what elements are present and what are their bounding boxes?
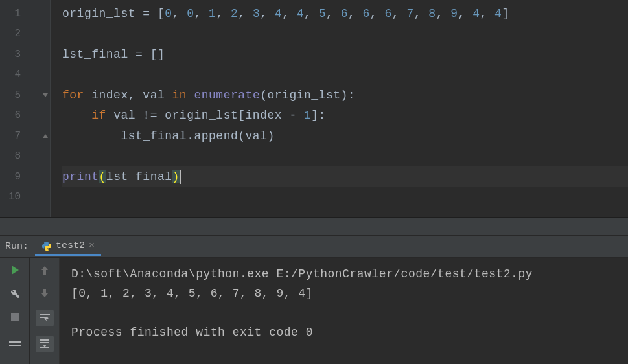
- code-editor[interactable]: 12345678910 origin_lst = [0, 0, 1, 2, 3,…: [0, 0, 628, 218]
- run-tab-test2[interactable]: test2 ×: [35, 238, 101, 256]
- code-line[interactable]: if val != origin_lst[index - 1]:: [62, 106, 628, 126]
- fold-open-icon[interactable]: [42, 92, 49, 98]
- close-tab-icon[interactable]: ×: [89, 240, 95, 251]
- code-token: origin_lst[index: [165, 109, 289, 122]
- code-line[interactable]: [62, 65, 628, 85]
- line-number: 1: [0, 8, 26, 19]
- console-line: [71, 303, 616, 323]
- code-token: ,: [370, 7, 385, 20]
- code-line[interactable]: lst_final = []: [62, 44, 628, 65]
- console-line: [0, 1, 2, 3, 4, 5, 6, 7, 8, 9, 4]: [71, 284, 616, 303]
- gutter-line[interactable]: 1: [0, 3, 50, 24]
- code-token: 2: [231, 7, 238, 20]
- stop-button[interactable]: [8, 310, 22, 324]
- line-number: 5: [0, 89, 26, 101]
- code-token: ,: [436, 7, 451, 20]
- code-token: for: [62, 89, 91, 102]
- run-toolbar-primary: [0, 258, 30, 364]
- code-token: ,: [392, 7, 407, 20]
- wrench-icon[interactable]: [8, 286, 22, 301]
- gutter-line[interactable]: 6: [0, 106, 50, 126]
- code-line[interactable]: [62, 187, 628, 208]
- code-token: 3: [253, 7, 260, 20]
- code-token: 1: [304, 109, 311, 122]
- code-token: 9: [450, 7, 458, 20]
- code-token: 0: [187, 7, 194, 20]
- code-token: 6: [384, 7, 391, 20]
- run-label: Run:: [0, 241, 35, 252]
- gutter-line[interactable]: 9: [0, 166, 50, 187]
- gutter-line[interactable]: 3: [0, 44, 50, 65]
- run-panel-header: Run: test2 ×: [0, 236, 628, 258]
- code-line[interactable]: origin_lst = [0, 0, 1, 2, 3, 4, 4, 5, 6,…: [62, 3, 628, 24]
- code-token: origin_lst: [62, 7, 143, 20]
- code-token: [62, 109, 91, 122]
- code-line[interactable]: [62, 146, 628, 167]
- code-token: index: [91, 89, 128, 102]
- rerun-button[interactable]: [8, 263, 22, 277]
- code-token: 8: [428, 7, 436, 20]
- code-token: !=: [143, 109, 165, 122]
- svg-rect-2: [9, 345, 21, 346]
- code-token: []: [150, 48, 165, 61]
- down-arrow-icon[interactable]: [38, 286, 52, 301]
- code-token: ): [172, 170, 180, 183]
- editor-gutter: 12345678910: [0, 0, 51, 217]
- code-token: ]: [502, 7, 509, 20]
- code-token: ,: [238, 7, 253, 20]
- code-token: ,: [348, 7, 363, 20]
- svg-rect-5: [40, 347, 49, 348]
- line-number: 6: [0, 109, 26, 121]
- code-line[interactable]: for index, val in enumerate(origin_lst):: [62, 85, 628, 106]
- code-token: [62, 130, 121, 142]
- code-token: 7: [406, 7, 413, 20]
- line-number: 8: [0, 150, 26, 162]
- run-toolbar-secondary: [30, 258, 60, 364]
- up-arrow-icon[interactable]: [38, 263, 52, 277]
- code-token: ,: [128, 89, 143, 102]
- code-token: 4: [275, 7, 282, 20]
- gutter-line[interactable]: 10: [0, 187, 50, 208]
- code-token: lst_final.append(val): [121, 130, 274, 142]
- more-icon[interactable]: [8, 337, 22, 351]
- code-line[interactable]: lst_final.append(val): [62, 126, 628, 146]
- code-token: [: [157, 7, 165, 20]
- svg-rect-4: [40, 342, 49, 343]
- line-number: 9: [0, 171, 26, 183]
- code-token: ]:: [311, 109, 326, 122]
- scroll-to-end-icon[interactable]: [36, 336, 54, 352]
- code-token: 6: [363, 7, 370, 20]
- gutter-line[interactable]: 5: [0, 85, 50, 106]
- svg-rect-0: [11, 313, 19, 321]
- code-token: if: [91, 109, 113, 122]
- code-token: 0: [165, 7, 172, 20]
- gutter-line[interactable]: 7: [0, 126, 50, 146]
- code-token: (: [99, 170, 106, 183]
- code-token: 4: [297, 7, 304, 20]
- gutter-line[interactable]: 2: [0, 24, 50, 45]
- code-token: 1: [209, 7, 216, 20]
- code-line[interactable]: print(lst_final): [62, 166, 628, 187]
- code-token: ,: [172, 7, 187, 20]
- code-token: =: [135, 48, 150, 61]
- code-content[interactable]: origin_lst = [0, 0, 1, 2, 3, 4, 4, 5, 6,…: [51, 0, 628, 217]
- code-token: ,: [414, 7, 429, 20]
- panel-divider[interactable]: [0, 218, 628, 236]
- gutter-line[interactable]: 4: [0, 65, 50, 85]
- code-token: 4: [472, 7, 480, 20]
- python-icon: [41, 241, 52, 251]
- run-tab-label: test2: [56, 240, 85, 251]
- line-number: 4: [0, 69, 26, 80]
- console-output[interactable]: D:\soft\Anaconda\python.exe E:/PythonCra…: [60, 258, 628, 364]
- soft-wrap-icon[interactable]: [36, 310, 54, 326]
- code-token: print: [62, 170, 99, 183]
- gutter-line[interactable]: 8: [0, 146, 50, 167]
- code-token: ,: [458, 7, 473, 20]
- line-number: 7: [0, 130, 26, 142]
- code-token: 5: [319, 7, 326, 20]
- line-number: 2: [0, 28, 26, 40]
- fold-close-icon[interactable]: [42, 133, 49, 139]
- text-caret: [180, 170, 181, 184]
- code-token: 4: [494, 7, 502, 20]
- code-line[interactable]: [62, 24, 628, 45]
